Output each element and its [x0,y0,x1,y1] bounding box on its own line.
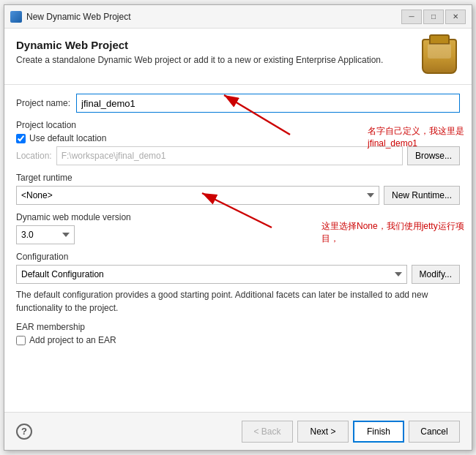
finish-button[interactable]: Finish [353,421,404,443]
browse-button[interactable]: Browse... [407,146,460,165]
location-label: Location: [16,151,52,161]
maximize-button[interactable]: □ [423,10,444,24]
footer-buttons: < Back Next > Finish Cancel [242,421,460,443]
configuration-label: Configuration [16,252,460,262]
help-area: ? [16,424,32,440]
module-version-select[interactable]: 3.0 [16,225,75,244]
configuration-row: Default Configuration Modify... [16,265,460,284]
target-runtime-select[interactable]: <None> [16,186,379,205]
use-default-label: Use default location [29,133,106,143]
project-name-label: Project name: [16,98,70,108]
window-icon [10,11,22,23]
dialog-header: Dynamic Web Project Create a standalone … [4,29,472,85]
ear-checkbox-label: Add project to an EAR [29,335,116,345]
module-version-label: Dynamic web module version [16,212,460,222]
title-bar: New Dynamic Web Project ─ □ ✕ [4,5,472,29]
cancel-button[interactable]: Cancel [409,421,460,443]
module-version-row: 3.0 [16,225,460,244]
config-description: The default configuration provides a goo… [16,288,460,315]
jar-icon [422,39,457,74]
dialog-description: Create a standalone Dynamic Web project … [16,54,414,67]
target-runtime-row: <None> New Runtime... [16,186,460,205]
use-default-checkbox[interactable] [16,134,26,143]
target-runtime-label: Target runtime [16,173,460,183]
project-name-input[interactable] [76,94,460,113]
next-button[interactable]: Next > [297,421,349,443]
header-text: Dynamic Web Project Create a standalone … [16,39,414,67]
project-location-section: Project location Use default location Lo… [16,120,460,165]
dialog-window: New Dynamic Web Project ─ □ ✕ Dynamic We… [4,4,472,451]
configuration-section: Configuration Default Configuration Modi… [16,252,460,315]
dialog-footer: ? < Back Next > Finish Cancel [4,412,472,450]
location-input[interactable] [56,146,403,165]
back-button[interactable]: < Back [242,421,293,443]
location-row: Location: Browse... [16,146,460,165]
help-button[interactable]: ? [16,424,32,440]
project-location-label: Project location [16,120,460,130]
use-default-location-row: Use default location [16,133,460,143]
ear-checkbox-row: Add project to an EAR [16,335,460,345]
window-title: New Dynamic Web Project [26,12,397,22]
modify-button[interactable]: Modify... [412,265,460,284]
dialog-body: Project name: Project location Use defau… [4,85,472,412]
minimize-button[interactable]: ─ [401,10,422,24]
module-version-section: Dynamic web module version 3.0 [16,212,460,244]
close-button[interactable]: ✕ [445,10,466,24]
ear-checkbox[interactable] [16,336,26,345]
ear-membership-section: EAR membership Add project to an EAR [16,322,460,345]
header-icon-area [422,39,460,77]
target-runtime-section: Target runtime <None> New Runtime... [16,173,460,205]
configuration-select[interactable]: Default Configuration [16,265,407,284]
dialog-title: Dynamic Web Project [16,39,414,51]
ear-label: EAR membership [16,322,460,332]
project-name-group: Project name: [16,94,460,113]
new-runtime-button[interactable]: New Runtime... [384,186,460,205]
window-controls: ─ □ ✕ [401,10,466,24]
